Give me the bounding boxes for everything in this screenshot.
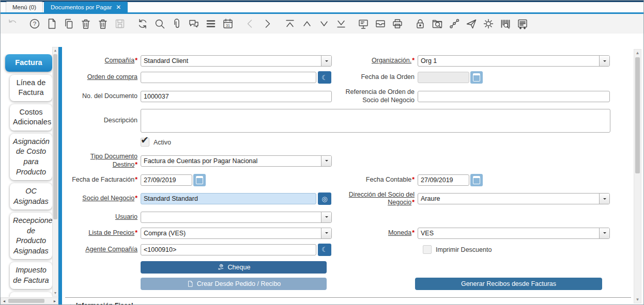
tab-menu[interactable]: Menú (0): [6, 2, 43, 12]
business-partner-label[interactable]: Socio del Negocio*: [65, 195, 141, 203]
copy-record-icon[interactable]: [62, 17, 75, 30]
scroll-up-icon[interactable]: ▲: [53, 47, 58, 54]
attachment-icon[interactable]: [170, 17, 183, 30]
user-label[interactable]: Usuario: [65, 213, 141, 221]
price-list-label[interactable]: Lista de Precios*: [65, 229, 141, 237]
chevron-down-icon[interactable]: [321, 56, 331, 66]
bp-order-reference-input[interactable]: [418, 91, 610, 102]
scroll-down-icon[interactable]: ▼: [634, 296, 641, 303]
chevron-down-icon[interactable]: [599, 228, 609, 238]
chevron-down-icon[interactable]: [599, 56, 609, 66]
scroll-down-icon[interactable]: ▼: [53, 290, 58, 296]
sidebar-tab-oc-asignadas[interactable]: OC Asignadas: [10, 183, 52, 210]
chevron-down-icon[interactable]: [321, 228, 331, 238]
product-info-icon[interactable]: [499, 17, 512, 30]
record-lookup-button[interactable]: ☾: [318, 244, 331, 256]
calendar-button[interactable]: [470, 174, 483, 186]
tab-documentos-por-pagar[interactable]: Documentos por Pagar ✕: [44, 2, 128, 12]
sidebar-tab-label: Recepciones de Producto Asignadas: [13, 216, 52, 255]
print-preview-icon[interactable]: [516, 17, 529, 30]
invoice-form: Compañía* Standard Client Organización.*…: [62, 47, 631, 304]
send-mail-icon[interactable]: [465, 17, 478, 30]
find-record-icon[interactable]: [153, 17, 166, 30]
organization-select[interactable]: Org 1: [418, 55, 610, 67]
first-record-icon[interactable]: [283, 17, 297, 30]
description-label: Descripción: [65, 109, 141, 125]
chevron-down-icon[interactable]: [599, 194, 609, 204]
main-scroll-thumb[interactable]: [635, 57, 640, 173]
description-textarea[interactable]: [141, 109, 610, 133]
sidebar-tab-factura[interactable]: Factura: [5, 54, 52, 72]
process-icon[interactable]: [482, 17, 495, 30]
main-vertical-scrollbar[interactable]: ▲ ▼: [634, 49, 641, 303]
business-partner-lookup-button[interactable]: ◎: [318, 192, 331, 205]
target-doc-type-label[interactable]: Tipo Documento Destino*: [65, 153, 141, 169]
sidebar-scroll-thumb[interactable]: [53, 54, 57, 219]
scroll-right-icon[interactable]: ►: [52, 298, 58, 304]
account-date-input[interactable]: [418, 174, 469, 186]
target-doc-type-select[interactable]: Factura de Cuentas por Pagar Nacional: [141, 155, 332, 167]
sidebar-vertical-scrollbar[interactable]: ▲ ▼: [52, 47, 58, 297]
lock-icon[interactable]: [413, 17, 427, 30]
close-tab-icon[interactable]: ✕: [116, 4, 121, 11]
record-lookup-button[interactable]: ☾: [318, 71, 331, 84]
cheque-button[interactable]: Cheque: [141, 261, 327, 274]
application-window: Menú (0) Documentos por Pagar ✕ ?31 Fact…: [0, 0, 644, 305]
print-discount-checkbox[interactable]: [423, 245, 432, 254]
purchase-order-label[interactable]: Orden de compra: [65, 73, 141, 82]
new-record-icon[interactable]: [45, 17, 58, 30]
company-select[interactable]: Standard Client: [141, 55, 332, 67]
zoom-across-icon[interactable]: [431, 17, 444, 30]
chevron-down-icon[interactable]: [321, 156, 331, 166]
price-list-select[interactable]: Compra (VES): [141, 228, 332, 239]
chat-icon[interactable]: [187, 17, 201, 30]
archive-icon[interactable]: [374, 17, 387, 30]
create-from-button[interactable]: Crear Desde Pedido / Recibo: [141, 278, 327, 290]
calendar-button[interactable]: [193, 174, 206, 186]
company-agent-label[interactable]: Agente Compañía: [65, 246, 141, 254]
purchase-order-input[interactable]: [141, 72, 316, 83]
last-record-icon[interactable]: [334, 17, 348, 30]
currency-label[interactable]: Moneda*: [341, 229, 418, 237]
previous-record-icon[interactable]: [300, 17, 314, 30]
document-no-input[interactable]: [141, 91, 332, 102]
invoice-date-input[interactable]: [141, 174, 192, 186]
sidebar-horizontal-scrollbar[interactable]: ◄ ►: [1, 297, 58, 304]
organization-label[interactable]: Organización.*: [341, 57, 418, 65]
delete-record-icon[interactable]: [79, 17, 93, 30]
company-agent-input[interactable]: [141, 244, 316, 255]
partner-location-label[interactable]: Dirección del Socio del Negocio*: [341, 191, 418, 207]
sidebar-tab-l-nea-de-factura[interactable]: Línea de Factura: [10, 75, 52, 101]
generate-receipts-button[interactable]: Generar Recibos desde Facturas: [415, 278, 602, 290]
partner-location-select[interactable]: Araure: [418, 193, 610, 204]
print-icon[interactable]: [391, 17, 404, 30]
scroll-left-icon[interactable]: ◄: [1, 298, 7, 304]
currency-select[interactable]: VES: [418, 228, 610, 239]
sidebar-tab-payment[interactable]: Payment: [10, 292, 52, 297]
grid-toggle-icon[interactable]: [204, 17, 218, 30]
calendar-button[interactable]: [470, 71, 483, 84]
sidebar-hscroll-thumb[interactable]: [8, 299, 44, 303]
forward-icon[interactable]: [260, 17, 274, 30]
user-select[interactable]: [141, 212, 332, 223]
bp-order-reference-label: Referencia de Orden de Socio del Negocio: [341, 88, 418, 104]
refresh-icon[interactable]: [136, 17, 149, 30]
sidebar-tab-impuesto-de-factura[interactable]: Impuesto de Factura: [10, 262, 52, 288]
report-icon[interactable]: [357, 17, 370, 30]
sidebar-tab-costos-adicionales[interactable]: Costos Adicionales: [10, 104, 52, 131]
sidebar-tab-label: Costos Adicionales: [13, 108, 51, 126]
help-icon[interactable]: ?: [28, 17, 41, 30]
business-partner-input[interactable]: [141, 193, 316, 204]
collapse-triangle-icon[interactable]: ◢: [67, 303, 71, 304]
active-checkbox[interactable]: ✔: [141, 138, 149, 147]
sidebar-tab-asignaci-n-de-costo-para-producto[interactable]: Asignación de Costo para Producto: [10, 134, 52, 180]
calendar-icon[interactable]: 31: [221, 17, 235, 30]
company-label[interactable]: Compañía*: [65, 57, 141, 65]
chevron-down-icon[interactable]: [321, 212, 331, 222]
sidebar-tab-recepciones-de-producto-asignadas[interactable]: Recepciones de Producto Asignadas: [10, 213, 52, 259]
next-record-icon[interactable]: [317, 17, 331, 30]
scroll-up-icon[interactable]: ▲: [634, 50, 641, 56]
workflow-icon[interactable]: [448, 17, 461, 30]
fiscal-info-section-header[interactable]: ◢ Información Fiscal: [65, 297, 631, 304]
delete-selection-icon[interactable]: [96, 17, 110, 30]
